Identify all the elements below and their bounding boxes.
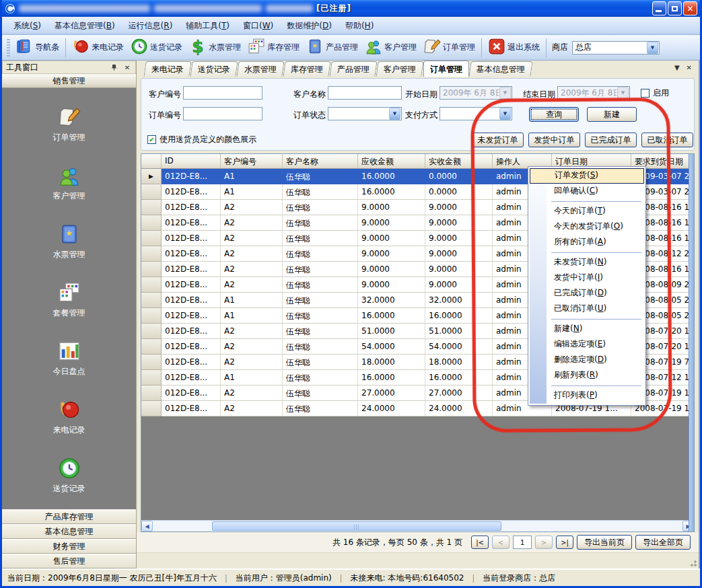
scrollbar-thumb[interactable]	[212, 521, 501, 531]
tab-inventory[interactable]: 库存管理	[283, 61, 330, 77]
prev-page-button[interactable]: <	[492, 536, 510, 549]
row-indicator	[141, 200, 162, 215]
menu-item[interactable]: 新建(N)	[530, 322, 644, 337]
menu-item[interactable]: 回单确认(C)	[530, 184, 644, 199]
menu-system[interactable]: 系统(S)	[7, 18, 47, 34]
next-page-button[interactable]: >	[535, 536, 553, 549]
nav-bar-button[interactable]: 导航条	[12, 36, 63, 59]
enable-checkbox[interactable]: 启用	[641, 87, 669, 99]
pay-method-select[interactable]: ▼	[440, 107, 512, 120]
checkbox-check-icon: ✔	[147, 135, 156, 144]
order-status-select[interactable]: ▼	[328, 107, 402, 120]
menu-item[interactable]: 未发货订单(N)	[530, 255, 644, 270]
record-summary: 共 16 条记录，每页 50 条，共 1 页	[332, 537, 462, 548]
card-icon	[58, 223, 81, 246]
close-icon[interactable]: ✕	[122, 63, 132, 72]
shop-select[interactable]: 总店 ▼	[572, 41, 660, 54]
menu-item[interactable]: 订单发货(S)	[530, 168, 644, 184]
order-button[interactable]: 订单管理	[420, 36, 479, 59]
sidebar-group-finance[interactable]: 财务管理	[2, 539, 136, 554]
cancelled-orders-button[interactable]: 已取消订单	[641, 133, 693, 147]
menu-item[interactable]: 删除选定项(D)	[530, 353, 644, 368]
end-date-picker[interactable]: 2009年 6月 8日 ▼	[557, 86, 630, 100]
tab-product[interactable]: 产品管理	[329, 61, 377, 77]
col-header-id[interactable]: ID	[162, 154, 221, 169]
unshipped-orders-button[interactable]: 未发货订单	[472, 133, 524, 147]
tab-close-icon[interactable]: ✕	[687, 64, 692, 71]
menu-data-maintain[interactable]: 数据维护(D)	[281, 18, 338, 34]
minimize-button[interactable]	[652, 1, 666, 15]
vertical-scrollbar[interactable]	[689, 154, 694, 531]
last-page-button[interactable]: >|	[556, 536, 573, 549]
sidebar-item-call-record[interactable]: 来电记录	[2, 388, 136, 446]
cell-receivable: 9.0000	[358, 262, 425, 277]
tab-customer[interactable]: 客户管理	[376, 61, 423, 77]
horizontal-scrollbar[interactable]: ◀ ▶	[141, 520, 694, 531]
tab-overflow-icon[interactable]: ▼	[674, 64, 680, 71]
menu-item[interactable]: 编辑选定项(E)	[530, 337, 644, 353]
menu-aux-tools[interactable]: 辅助工具(T)	[180, 18, 236, 34]
sidebar-item-package-mgmt[interactable]: 套餐管理	[2, 270, 136, 329]
delivery-record-button[interactable]: 送货记录	[127, 36, 186, 59]
delivery-color-checkbox[interactable]: ✔ 使用送货员定义的颜色展示	[147, 134, 256, 145]
new-button[interactable]: 新建	[587, 107, 637, 122]
order-no-input[interactable]	[183, 107, 262, 120]
resize-grip[interactable]	[688, 558, 697, 567]
scroll-left-icon[interactable]: ◀	[141, 521, 153, 531]
order-pen-icon	[423, 38, 441, 57]
query-button[interactable]: 查询	[529, 107, 579, 122]
cell-id: 012D-E8...	[162, 385, 221, 401]
inventory-button[interactable]: 库存管理	[244, 36, 303, 59]
sidebar-group-sales[interactable]: 销售管理	[2, 74, 136, 88]
menu-item[interactable]: 刷新列表(R)	[530, 368, 644, 383]
sidebar-item-water-ticket-mgmt[interactable]: 水票管理	[2, 212, 136, 270]
page-number-input[interactable]	[513, 536, 532, 549]
sidebar-group-product-inventory[interactable]: 产品库存管理	[2, 509, 136, 524]
col-header-indicator[interactable]	[141, 154, 162, 169]
col-header-received[interactable]: 实收金额	[425, 154, 493, 169]
sidebar-group-basic-info[interactable]: 基本信息管理	[2, 524, 136, 539]
sidebar-item-today-stocktake[interactable]: 今日盘点	[2, 329, 136, 388]
product-button[interactable]: 产品管理	[303, 36, 361, 59]
export-all-pages-button[interactable]: 导出全部页	[635, 535, 691, 550]
first-page-button[interactable]: |<	[471, 536, 489, 549]
menu-basic-info[interactable]: 基本信息管理(B)	[48, 18, 121, 34]
menu-window[interactable]: 窗口(W)	[237, 18, 279, 34]
menu-item[interactable]: 所有的订单(A)	[530, 235, 644, 250]
completed-orders-button[interactable]: 已完成订单	[585, 133, 637, 147]
tab-delivery-record[interactable]: 送货记录	[190, 61, 238, 77]
water-ticket-button[interactable]: $ 水票管理	[186, 36, 244, 59]
start-date-picker[interactable]: 2009年 6月 8日 ▼	[440, 86, 512, 100]
sidebar-group-after-sales[interactable]: 售后管理	[2, 554, 136, 568]
exit-button[interactable]: 退出系统	[485, 36, 543, 59]
menu-item[interactable]: 今天的发货订单(O)	[530, 219, 644, 235]
customer-name-input[interactable]	[328, 86, 402, 100]
tab-call-record[interactable]: 来电记录	[143, 61, 191, 77]
menu-item[interactable]: 已取消订单(U)	[530, 301, 644, 317]
customer-no-input[interactable]	[183, 86, 262, 100]
close-button[interactable]: ✕	[683, 1, 697, 15]
menu-item[interactable]: 发货中订单(I)	[530, 270, 644, 286]
enable-label: 启用	[653, 87, 669, 99]
menu-help[interactable]: 帮助(H)	[339, 18, 380, 34]
col-header-receivable[interactable]: 应收金额	[358, 154, 425, 169]
col-header-customer-no[interactable]: 客户编号	[221, 154, 283, 169]
call-record-button[interactable]: 来电记录	[69, 36, 127, 59]
menu-item[interactable]: 打印列表(P)	[530, 388, 644, 404]
pin-icon[interactable]	[109, 63, 118, 72]
tab-basic-info[interactable]: 基本信息管理	[468, 61, 532, 77]
shipping-orders-button[interactable]: 发货中订单	[528, 133, 580, 147]
sidebar-item-delivery-record[interactable]: 送货记录	[2, 446, 136, 505]
customer-button[interactable]: 客户管理	[361, 36, 420, 59]
maximize-button[interactable]	[668, 1, 682, 15]
menu-item[interactable]: 今天的订单(T)	[530, 204, 644, 219]
tab-water-ticket[interactable]: 水票管理	[236, 61, 284, 77]
menu-item[interactable]: 已完成订单(D)	[530, 286, 644, 301]
export-current-page-button[interactable]: 导出当前页	[577, 535, 632, 550]
cell-customer-name: 伍华聪	[283, 355, 358, 370]
menu-run-info[interactable]: 运行信息(R)	[122, 18, 179, 34]
tab-order-mgmt[interactable]: 订单管理	[423, 61, 469, 77]
sidebar-item-customer-mgmt[interactable]: 客户管理	[2, 153, 136, 212]
sidebar-item-order-mgmt[interactable]: 订单管理	[2, 95, 136, 153]
col-header-customer-name[interactable]: 客户名称	[283, 154, 358, 169]
